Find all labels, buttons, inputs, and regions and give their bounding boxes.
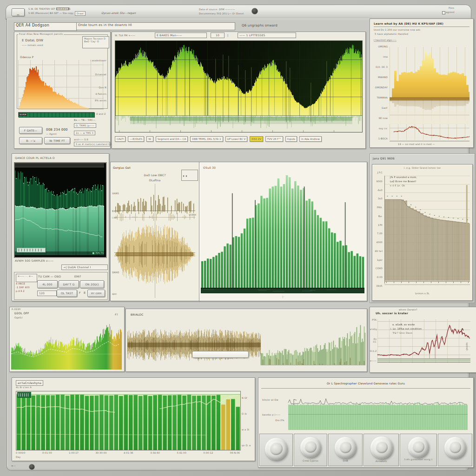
- knob-5[interactable]: [408, 437, 429, 457]
- levels-y-axis-labels: UMONGimaO/d. OC 3MWANDOMONDAYTRMMHAGad!9…: [371, 45, 388, 140]
- app-menu-button[interactable]: ▭: [12, 8, 25, 16]
- panel-wave: Gorgias Get DaO Low OBC? OLaftna ▘▝ VAMS…: [110, 162, 199, 301]
- gain-row-box-1[interactable]: O, TRMS |p——: [74, 123, 96, 128]
- knob-5-cap: [412, 441, 424, 453]
- scope-mini-matrix[interactable]: ≡—— ··· ≡—: [16, 274, 37, 282]
- decay-header: Jana Q91 9606: [373, 157, 395, 160]
- scope-button-3[interactable]: ON 20D(): [80, 280, 104, 288]
- time-ft-button[interactable]: № TIME FT: [44, 137, 70, 144]
- wave-mini-box[interactable]: ▘▝: [181, 170, 198, 181]
- trend-header: Uh. soccer is krater: [376, 311, 408, 315]
- panel-strip-a: 6.O220 D2OL OFF OgaILI £1: [9, 307, 125, 372]
- ba-button[interactable]: B- ~'a: [19, 137, 42, 144]
- files-label: Files: [449, 7, 454, 9]
- knob-3[interactable]: [335, 437, 356, 458]
- knob-1[interactable]: [265, 438, 287, 460]
- app-menu-icon: ▭: [17, 13, 20, 16]
- spectro-toolbar-right[interactable]: —— 1 LPTTESSES: [238, 33, 296, 38]
- gain-row-label-2: and—— S:8: [74, 138, 88, 141]
- gain-field-1[interactable]: E DataL DIW: [22, 39, 43, 43]
- strip-b-label: BRIALOC: [131, 313, 144, 317]
- timeline-x-label-6: 5:41:00: [177, 451, 186, 454]
- menu-chip[interactable]: BARKER: [56, 7, 69, 10]
- levels-y-label-0: UMONG: [371, 45, 388, 48]
- scope-field-1[interactable]: 120: [37, 291, 57, 296]
- trend-y-axis-labels: PTAa'oGy4o CCO.b.2e——: [370, 318, 377, 362]
- trend-ann-3: 'F&'? Groc Davo: [392, 331, 412, 334]
- spectro-status-button-7[interactable]: TVV 26 F™: [265, 136, 283, 142]
- files-agreed-label: agreed: [446, 11, 455, 13]
- spectro-status-button-5[interactable]: UP Lewel BC V: [225, 136, 248, 142]
- hist-bottom-tick: |-: [199, 295, 367, 298]
- statusbar: ≡—: [10, 463, 47, 469]
- spectro-toolbar-value[interactable]: 10: [211, 33, 225, 38]
- spectro-status-button-1[interactable]: —IE/DLES: [128, 136, 144, 142]
- spectro-status-button-2[interactable]: W.: [146, 136, 153, 142]
- decay-title: i. e.g. Order Grand lemon toe: [372, 166, 472, 169]
- spectro-status-button-8[interactable]: Inputs: [285, 136, 297, 142]
- panel-timeline: an'IaCrvleshyna 4L 9r s'ver A N OfO ibw …: [12, 377, 255, 461]
- menu-line-2: S KE (Masseuse) BA SET — Sta cogy: [28, 12, 73, 14]
- scope-button-2[interactable]: DAY'T G: [59, 280, 79, 288]
- timeline-y-axis-labels: N OfO ibw a 3iqn O. a: [242, 397, 254, 447]
- files-checkbox[interactable]: [442, 11, 445, 14]
- scope-button-1[interactable]: 4L 000: [37, 280, 58, 288]
- hist-corner-label: O5u0 30: [203, 166, 216, 170]
- spectro-status-button-9[interactable]: in Ada Andrew: [299, 136, 322, 142]
- spectro-toolbar-label[interactable]: E BAKES Man——: [155, 33, 207, 38]
- scope-channel-select[interactable]: →| DaDA Channel I: [61, 264, 108, 270]
- knob-6[interactable]: [444, 437, 466, 458]
- spectro-status-button-0[interactable]: CALT!: [115, 136, 126, 142]
- knob-3-caption: DnB: [329, 459, 362, 462]
- scope-row-label: TU CAM — OBO: [38, 275, 61, 278]
- hist-green-chart: [201, 172, 364, 293]
- gain-meter[interactable]: NORM: [18, 112, 94, 117]
- panel-trend: where Darwin? Uh. soccer is krater PTAa'…: [370, 307, 476, 373]
- levels-y-label-1: ima: [371, 55, 388, 58]
- app-window: ▭ S.W. DE TREATER SET L BREWERS BARKER S…: [0, 0, 476, 476]
- trend-y-label-3: O.b.2: [370, 350, 377, 352]
- timeline-x-label-2: 1:00:17: [69, 451, 79, 454]
- statusbar-glyph: ≡—: [11, 464, 16, 467]
- trend-y-label-2: 4o CC: [370, 337, 377, 344]
- scope-field-3[interactable]: 8: [84, 291, 86, 295]
- knob-2[interactable]: [300, 437, 321, 457]
- spectro-status-button-3[interactable]: Segment and DX— CA: [156, 136, 188, 142]
- gain-mini-box[interactable]: Mapes Tacsave D BaO 'Cay' O: [82, 36, 109, 48]
- knob-4[interactable]: [370, 436, 393, 459]
- console-strip-chart: [285, 397, 468, 430]
- spectro-status-button-6[interactable]: DX2 2V: [250, 136, 263, 142]
- levels-title: Learn what by AA (DE) HU K KP5/4AF (DE): [374, 22, 469, 27]
- gain-row-box-2[interactable]: 2o — w TMS 3: [74, 131, 95, 135]
- trend-marker: A: [461, 328, 464, 332]
- console-left-label-2: basebo p )——: [262, 413, 280, 416]
- statusbar-dot[interactable]: [29, 464, 35, 470]
- console-divider: [261, 388, 470, 389]
- strip-b-scrollbar[interactable]: [192, 351, 249, 358]
- timeline-x-label-5: 3:34:60: [150, 451, 160, 454]
- timeline-y-label-1: O ib: [242, 412, 254, 415]
- spectro-toolbar-sep: |: [227, 33, 228, 37]
- scope-button-4[interactable]: OL TAST: [57, 290, 77, 297]
- gain-field-2[interactable]: —— remain used: [22, 44, 43, 46]
- strip-a-label-1: D2OL OFF: [14, 311, 29, 315]
- knob-4-cap: [376, 441, 388, 453]
- gain-meter-label: NORM: [19, 113, 27, 116]
- spectro-status-button-4[interactable]: DBB TRMS, DKL 5/3k 1: [190, 136, 223, 142]
- gate-button[interactable]: F GATE—: [19, 127, 42, 134]
- levels-y-label-6: Gad!: [371, 106, 388, 109]
- panel-gain: Focal Atlas New Messagent parcels E Data…: [14, 32, 111, 149]
- titlebar-round-button[interactable]: [251, 8, 258, 14]
- scope-field-2[interactable]: F: [79, 291, 81, 295]
- trend-y-label-1: a'oGy: [370, 328, 377, 331]
- timeline-x-sub: Day: [16, 456, 20, 458]
- scope-button-5[interactable]: MY GMM: [87, 290, 105, 297]
- wave-mini-icon: ▘▝: [183, 175, 187, 178]
- gain-row-box-4[interactable]: S as # matte(s) Lakeland for my: [74, 142, 110, 146]
- timeline-x-label-3: 30:30:00: [95, 451, 106, 454]
- console-left-label-1: bits/or at Ow: [262, 398, 278, 401]
- titlebar-box-draat[interactable]: Draat: [75, 11, 86, 16]
- decay-y-label-3: 3o0: [373, 197, 383, 200]
- header-left: QER A4 Dodgson: [14, 22, 77, 31]
- knob-cell-5: 5.4% guess/start along 1: [400, 434, 437, 466]
